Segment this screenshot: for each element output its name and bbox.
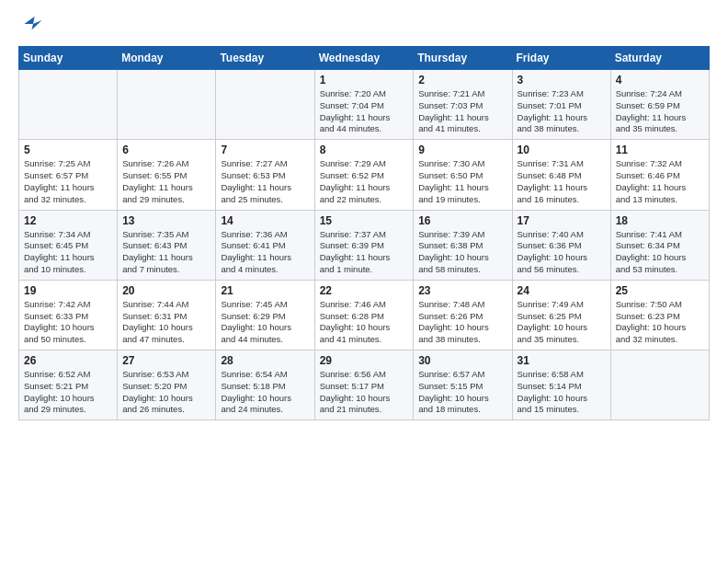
day-info: Sunrise: 7:21 AM Sunset: 7:03 PM Dayligh… <box>418 88 506 135</box>
week-row-3: 19Sunrise: 7:42 AM Sunset: 6:33 PM Dayli… <box>19 280 710 350</box>
day-number: 15 <box>320 214 409 227</box>
weekday-header-saturday: Saturday <box>610 47 709 70</box>
day-cell: 29Sunrise: 6:56 AM Sunset: 5:17 PM Dayli… <box>314 350 414 420</box>
day-cell: 11Sunrise: 7:32 AM Sunset: 6:46 PM Dayli… <box>610 140 709 210</box>
day-info: Sunrise: 6:57 AM Sunset: 5:15 PM Dayligh… <box>418 369 506 416</box>
day-cell: 15Sunrise: 7:37 AM Sunset: 6:39 PM Dayli… <box>314 210 414 280</box>
day-number: 3 <box>518 74 606 86</box>
day-number: 4 <box>616 74 704 86</box>
day-info: Sunrise: 6:52 AM Sunset: 5:21 PM Dayligh… <box>24 369 112 416</box>
day-cell: 18Sunrise: 7:41 AM Sunset: 6:34 PM Dayli… <box>610 210 709 280</box>
week-row-0: 1Sunrise: 7:20 AM Sunset: 7:04 PM Daylig… <box>19 70 710 140</box>
day-cell: 4Sunrise: 7:24 AM Sunset: 6:59 PM Daylig… <box>610 70 709 140</box>
day-cell: 7Sunrise: 7:27 AM Sunset: 6:53 PM Daylig… <box>216 140 314 210</box>
day-cell: 17Sunrise: 7:40 AM Sunset: 6:36 PM Dayli… <box>512 210 610 280</box>
day-info: Sunrise: 7:40 AM Sunset: 6:36 PM Dayligh… <box>518 229 606 276</box>
logo-icon <box>18 9 48 39</box>
day-info: Sunrise: 7:39 AM Sunset: 6:38 PM Dayligh… <box>418 229 506 276</box>
day-info: Sunrise: 7:34 AM Sunset: 6:45 PM Dayligh… <box>24 229 112 276</box>
day-number: 12 <box>24 214 112 227</box>
day-number: 28 <box>221 354 309 367</box>
day-info: Sunrise: 7:27 AM Sunset: 6:53 PM Dayligh… <box>221 158 309 205</box>
day-info: Sunrise: 7:23 AM Sunset: 7:01 PM Dayligh… <box>518 88 606 135</box>
week-row-1: 5Sunrise: 7:25 AM Sunset: 6:57 PM Daylig… <box>19 140 710 210</box>
day-number: 2 <box>418 74 506 86</box>
day-info: Sunrise: 7:44 AM Sunset: 6:31 PM Dayligh… <box>122 299 210 346</box>
logo <box>18 9 51 39</box>
day-info: Sunrise: 7:49 AM Sunset: 6:25 PM Dayligh… <box>518 299 606 346</box>
day-cell: 1Sunrise: 7:20 AM Sunset: 7:04 PM Daylig… <box>314 70 414 140</box>
day-info: Sunrise: 7:36 AM Sunset: 6:41 PM Dayligh… <box>221 229 309 276</box>
day-cell: 20Sunrise: 7:44 AM Sunset: 6:31 PM Dayli… <box>118 280 216 350</box>
day-number: 16 <box>418 214 506 227</box>
day-number: 20 <box>122 284 210 297</box>
day-cell: 31Sunrise: 6:58 AM Sunset: 5:14 PM Dayli… <box>512 350 610 420</box>
day-cell: 6Sunrise: 7:26 AM Sunset: 6:55 PM Daylig… <box>118 140 216 210</box>
day-cell: 8Sunrise: 7:29 AM Sunset: 6:52 PM Daylig… <box>314 140 414 210</box>
day-cell: 30Sunrise: 6:57 AM Sunset: 5:15 PM Dayli… <box>414 350 512 420</box>
day-number: 14 <box>221 214 309 227</box>
day-cell <box>610 350 709 420</box>
weekday-header-monday: Monday <box>118 47 216 70</box>
day-cell: 26Sunrise: 6:52 AM Sunset: 5:21 PM Dayli… <box>19 350 118 420</box>
day-cell: 2Sunrise: 7:21 AM Sunset: 7:03 PM Daylig… <box>414 70 512 140</box>
weekday-header-thursday: Thursday <box>414 47 512 70</box>
day-cell: 19Sunrise: 7:42 AM Sunset: 6:33 PM Dayli… <box>19 280 118 350</box>
day-number: 23 <box>418 284 506 297</box>
day-cell: 24Sunrise: 7:49 AM Sunset: 6:25 PM Dayli… <box>512 280 610 350</box>
day-number: 19 <box>24 284 112 297</box>
weekday-header-tuesday: Tuesday <box>216 47 314 70</box>
day-info: Sunrise: 6:54 AM Sunset: 5:18 PM Dayligh… <box>221 369 309 416</box>
day-number: 11 <box>616 144 704 156</box>
day-cell: 10Sunrise: 7:31 AM Sunset: 6:48 PM Dayli… <box>512 140 610 210</box>
day-cell: 9Sunrise: 7:30 AM Sunset: 6:50 PM Daylig… <box>414 140 512 210</box>
day-number: 27 <box>122 354 210 367</box>
day-number: 13 <box>122 214 210 227</box>
day-info: Sunrise: 7:37 AM Sunset: 6:39 PM Dayligh… <box>320 229 409 276</box>
day-info: Sunrise: 7:24 AM Sunset: 6:59 PM Dayligh… <box>616 88 704 135</box>
day-cell: 25Sunrise: 7:50 AM Sunset: 6:23 PM Dayli… <box>610 280 709 350</box>
day-number: 7 <box>221 144 309 156</box>
day-number: 9 <box>418 144 506 156</box>
weekday-header-friday: Friday <box>512 47 610 70</box>
day-number: 1 <box>320 74 409 86</box>
day-info: Sunrise: 7:50 AM Sunset: 6:23 PM Dayligh… <box>616 299 704 346</box>
day-info: Sunrise: 7:41 AM Sunset: 6:34 PM Dayligh… <box>616 229 704 276</box>
day-info: Sunrise: 7:25 AM Sunset: 6:57 PM Dayligh… <box>24 158 112 205</box>
weekday-header-row: SundayMondayTuesdayWednesdayThursdayFrid… <box>19 47 710 70</box>
day-number: 25 <box>616 284 704 297</box>
day-info: Sunrise: 7:29 AM Sunset: 6:52 PM Dayligh… <box>320 158 409 205</box>
svg-marker-0 <box>24 17 41 29</box>
day-cell: 16Sunrise: 7:39 AM Sunset: 6:38 PM Dayli… <box>414 210 512 280</box>
day-info: Sunrise: 7:45 AM Sunset: 6:29 PM Dayligh… <box>221 299 309 346</box>
day-cell: 27Sunrise: 6:53 AM Sunset: 5:20 PM Dayli… <box>118 350 216 420</box>
day-cell: 3Sunrise: 7:23 AM Sunset: 7:01 PM Daylig… <box>512 70 610 140</box>
day-cell: 13Sunrise: 7:35 AM Sunset: 6:43 PM Dayli… <box>118 210 216 280</box>
day-number: 24 <box>518 284 606 297</box>
week-row-2: 12Sunrise: 7:34 AM Sunset: 6:45 PM Dayli… <box>19 210 710 280</box>
day-number: 21 <box>221 284 309 297</box>
day-number: 31 <box>518 354 606 367</box>
day-cell <box>216 70 314 140</box>
day-number: 6 <box>122 144 210 156</box>
page: SundayMondayTuesdayWednesdayThursdayFrid… <box>0 0 728 563</box>
day-cell: 21Sunrise: 7:45 AM Sunset: 6:29 PM Dayli… <box>216 280 314 350</box>
day-info: Sunrise: 6:58 AM Sunset: 5:14 PM Dayligh… <box>518 369 606 416</box>
day-number: 26 <box>24 354 112 367</box>
day-number: 30 <box>418 354 506 367</box>
day-number: 29 <box>320 354 409 367</box>
weekday-header-wednesday: Wednesday <box>314 47 414 70</box>
day-info: Sunrise: 7:46 AM Sunset: 6:28 PM Dayligh… <box>320 299 409 346</box>
day-number: 17 <box>518 214 606 227</box>
day-number: 22 <box>320 284 409 297</box>
day-cell: 12Sunrise: 7:34 AM Sunset: 6:45 PM Dayli… <box>19 210 118 280</box>
day-cell <box>118 70 216 140</box>
day-cell: 22Sunrise: 7:46 AM Sunset: 6:28 PM Dayli… <box>314 280 414 350</box>
day-number: 5 <box>24 144 112 156</box>
day-number: 18 <box>616 214 704 227</box>
day-info: Sunrise: 7:20 AM Sunset: 7:04 PM Dayligh… <box>320 88 409 135</box>
day-info: Sunrise: 6:56 AM Sunset: 5:17 PM Dayligh… <box>320 369 409 416</box>
day-info: Sunrise: 7:31 AM Sunset: 6:48 PM Dayligh… <box>518 158 606 205</box>
day-info: Sunrise: 7:35 AM Sunset: 6:43 PM Dayligh… <box>122 229 210 276</box>
day-number: 10 <box>518 144 606 156</box>
